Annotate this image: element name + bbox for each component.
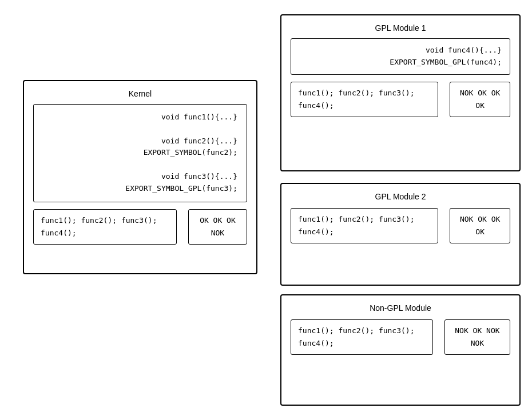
gpl1-status-list: NOK OK OK OK [450, 82, 510, 117]
gpl2-funcs: func1(); func2(); func3(); func4(); [298, 213, 431, 238]
gpl2-container: GPL Module 2 func1(); func2(); func3(); … [280, 183, 521, 286]
gpl2-title: GPL Module 2 [291, 192, 510, 201]
kernel-status: OK OK OK NOK [196, 214, 240, 239]
gpl2-func-list: func1(); func2(); func3(); func4(); [291, 208, 438, 243]
gpl1-func-list: func1(); func2(); func3(); func4(); [291, 82, 438, 117]
gpl1-status: NOK OK OK OK [457, 87, 503, 112]
gpl1-funcs: func1(); func2(); func3(); func4(); [298, 87, 431, 112]
kernel-func-list: func1(); func2(); func3(); func4(); [33, 209, 177, 245]
gpl1-title: GPL Module 1 [291, 23, 510, 33]
gpl1-code-text: void func4(){...} EXPORT_SYMBOL_GPL(func… [299, 45, 502, 69]
gpl2-status-list: NOK OK OK OK [450, 208, 510, 243]
nongpl-func-list: func1(); func2(); func3(); func4(); [291, 319, 433, 355]
nongpl-container: Non-GPL Module func1(); func2(); func3()… [280, 294, 521, 406]
kernel-container: Kernel void func1(){...} void func2(){..… [23, 80, 257, 274]
kernel-code-text: void func1(){...} void func2(){...} EXPO… [43, 111, 237, 195]
kernel-code-block: void func1(){...} void func2(){...} EXPO… [33, 104, 247, 202]
gpl1-container: GPL Module 1 void func4(){...} EXPORT_SY… [280, 14, 521, 171]
gpl1-code-block: void func4(){...} EXPORT_SYMBOL_GPL(func… [291, 38, 510, 75]
nongpl-funcs: func1(); func2(); func3(); func4(); [298, 325, 426, 350]
kernel-title: Kernel [33, 89, 247, 98]
kernel-funcs: func1(); func2(); func3(); func4(); [41, 214, 169, 239]
gpl2-status: NOK OK OK OK [457, 213, 503, 238]
nongpl-status: NOK OK NOK NOK [452, 325, 503, 350]
nongpl-title: Non-GPL Module [291, 303, 510, 313]
kernel-status-list: OK OK OK NOK [188, 209, 247, 245]
nongpl-status-list: NOK OK NOK NOK [444, 319, 510, 355]
